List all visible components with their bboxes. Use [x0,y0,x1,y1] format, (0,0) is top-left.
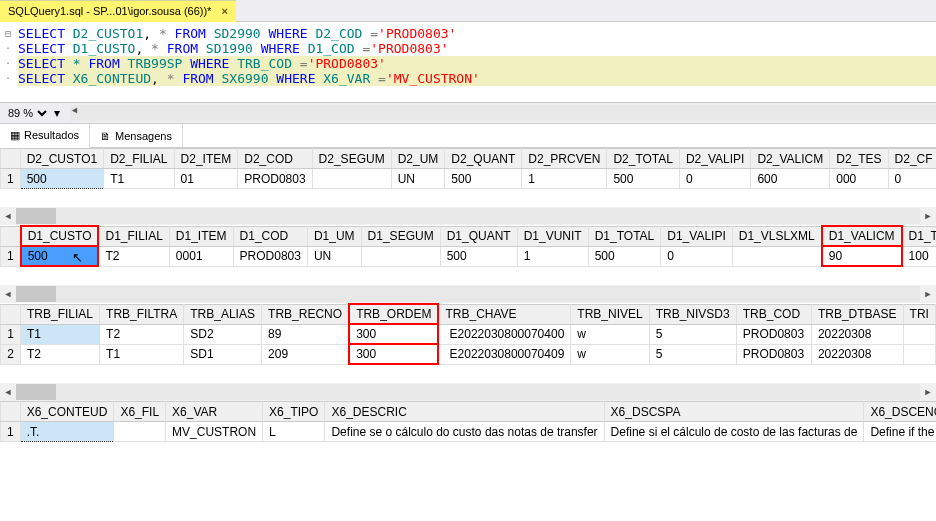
column-header[interactable]: D2_TOTAL [607,149,680,169]
column-header[interactable]: X6_CONTEUD [20,402,114,422]
cell[interactable]: 0 [679,169,750,189]
column-header[interactable]: TRB_DTBASE [811,304,903,324]
cell[interactable]: PROD0803 [736,324,811,344]
column-header[interactable] [1,402,21,422]
cell[interactable]: 000 [830,169,888,189]
column-header[interactable]: TRB_RECNO [262,304,350,324]
file-tab[interactable]: SQLQuery1.sql - SP...01\igor.sousa (66))… [0,0,236,22]
cell[interactable]: T2 [100,324,184,344]
cell[interactable]: 300 [349,324,438,344]
column-header[interactable]: D1_VALIPI [661,226,732,246]
cell[interactable]: 01 [174,169,238,189]
cell[interactable] [114,422,166,442]
scroll-left-icon[interactable]: ◄ [0,289,16,299]
column-header[interactable]: X6_VAR [166,402,263,422]
column-header[interactable]: D2_QUANT [445,149,522,169]
cell[interactable]: 0 [888,169,936,189]
cell[interactable]: E2022030800070409 [438,344,570,364]
column-header[interactable] [1,149,21,169]
scroll-left-icon[interactable]: ◄ [0,387,16,397]
column-header[interactable]: D2_ITEM [174,149,238,169]
column-header[interactable]: D2_UM [391,149,445,169]
cell[interactable]: UN [391,169,445,189]
editor-gutter[interactable]: ⊟··· [2,26,14,86]
column-header[interactable]: TRB_FILIAL [21,304,100,324]
editor-hscroll[interactable] [70,105,936,121]
cell[interactable]: 500 [440,246,517,266]
column-header[interactable]: TRB_FILTRA [100,304,184,324]
sql-line[interactable]: SELECT * FROM TRB99SP WHERE TRB_COD ='PR… [18,56,936,71]
column-header[interactable]: D1_UM [307,226,361,246]
zoom-select[interactable]: 89 % [4,106,50,120]
table-row[interactable]: 1T1T2SD289300E2022030800070400w5PROD0803… [1,324,936,344]
cell[interactable]: L [263,422,325,442]
column-header[interactable]: D1_TES [902,226,936,246]
cell[interactable]: 500 [445,169,522,189]
sql-line[interactable]: SELECT X6_CONTEUD, * FROM SX6990 WHERE X… [18,71,936,86]
cell[interactable] [903,324,935,344]
cell[interactable]: 1 [1,422,21,442]
cell[interactable]: SD2 [184,324,262,344]
cell[interactable]: Define se o cálculo do custo das notas d… [325,422,604,442]
cell[interactable]: T1 [100,344,184,364]
cell[interactable]: 5 [649,344,736,364]
cell[interactable]: 500 [607,169,680,189]
table-row[interactable]: 1500T101PROD0803UN500150006000000 [1,169,937,189]
cell[interactable]: MV_CUSTRON [166,422,263,442]
column-header[interactable] [1,226,21,246]
cell[interactable] [903,344,935,364]
column-header[interactable]: D2_VALICM [751,149,830,169]
column-header[interactable]: D2_PRCVEN [522,149,607,169]
cell[interactable]: 600 [751,169,830,189]
column-header[interactable]: TRB_NIVSD3 [649,304,736,324]
column-header[interactable]: D1_VUNIT [517,226,588,246]
cell[interactable]: T1 [104,169,174,189]
column-header[interactable]: TRB_ALIAS [184,304,262,324]
table-row[interactable]: 2T2T1SD1209300E2022030800070409w5PROD080… [1,344,936,364]
cell[interactable]: 1 [517,246,588,266]
cell[interactable]: 500 [21,246,99,266]
column-header[interactable]: TRI [903,304,935,324]
messages-tab[interactable]: 🗎 Mensagens [90,124,183,147]
cell[interactable]: Define if the transfer not [864,422,936,442]
column-header[interactable]: D1_VALICM [822,226,902,246]
cell[interactable]: T1 [21,324,100,344]
sql-line[interactable]: SELECT D2_CUSTO1, * FROM SD2990 WHERE D2… [18,26,936,41]
column-header[interactable]: X6_TIPO [263,402,325,422]
cell[interactable]: 90 [822,246,902,266]
cell[interactable]: 5 [649,324,736,344]
cell[interactable]: w [571,324,649,344]
grid3-hscroll[interactable]: ◄ ► [0,383,936,401]
cell[interactable]: 20220308 [811,344,903,364]
cell[interactable]: 100 [902,246,936,266]
grid2-table[interactable]: D1_CUSTOD1_FILIALD1_ITEMD1_CODD1_UMD1_SE… [0,225,936,267]
column-header[interactable]: D2_VALIPI [679,149,750,169]
column-header[interactable]: D1_FILIAL [98,226,169,246]
scroll-right-icon[interactable]: ► [920,387,936,397]
cell[interactable]: 500 [588,246,661,266]
cell[interactable]: 1 [1,169,21,189]
cell[interactable]: PROD0803 [736,344,811,364]
column-header[interactable]: TRB_NIVEL [571,304,649,324]
cell[interactable]: 0001 [169,246,233,266]
results-tab[interactable]: ▦ Resultados [0,124,90,148]
cell[interactable]: 1 [522,169,607,189]
grid1-hscroll[interactable]: ◄ ► [0,207,936,225]
column-header[interactable]: TRB_CHAVE [438,304,570,324]
cell[interactable]: SD1 [184,344,262,364]
column-header[interactable]: X6_DSCENG [864,402,936,422]
column-header[interactable]: D1_VLSLXML [732,226,822,246]
cell[interactable] [732,246,822,266]
cell[interactable]: 2 [1,344,21,364]
cell[interactable]: 20220308 [811,324,903,344]
tab-close-icon[interactable]: × [221,5,227,17]
cell[interactable] [312,169,391,189]
column-header[interactable]: TRB_COD [736,304,811,324]
grid1-table[interactable]: D2_CUSTO1D2_FILIALD2_ITEMD2_CODD2_SEGUMD… [0,148,936,189]
column-header[interactable]: D2_COD [238,149,312,169]
column-header[interactable]: D2_FILIAL [104,149,174,169]
sql-line[interactable]: SELECT D1_CUSTO, * FROM SD1990 WHERE D1_… [18,41,936,56]
sql-editor[interactable]: ⊟··· SELECT D2_CUSTO1, * FROM SD2990 WHE… [0,22,936,102]
cell[interactable] [361,246,440,266]
cell[interactable]: UN [307,246,361,266]
